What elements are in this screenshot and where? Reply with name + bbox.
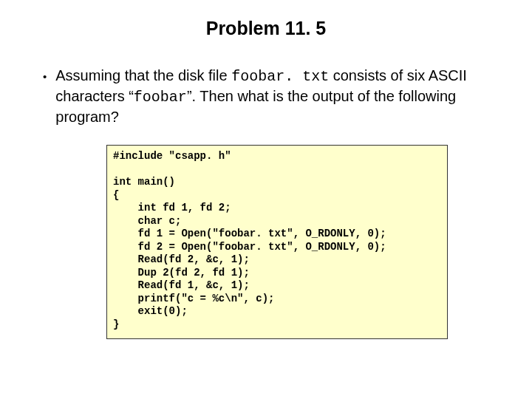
code-container: #include "csapp. h" int main() { int fd … — [106, 145, 448, 339]
bullet-ascii: foobar — [134, 89, 187, 106]
bullet-row: • Assuming that the disk file foobar. tx… — [43, 66, 499, 127]
bullet-pre: Assuming that the disk file — [55, 67, 231, 83]
bullet-filename: foobar. txt — [231, 68, 329, 85]
page-title: Problem 11. 5 — [25, 18, 507, 39]
code-listing: #include "csapp. h" int main() { int fd … — [113, 150, 441, 331]
code-box: #include "csapp. h" int main() { int fd … — [106, 145, 448, 339]
bullet-dot-icon: • — [43, 69, 47, 84]
bullet-text: Assuming that the disk file foobar. txt … — [55, 66, 499, 127]
